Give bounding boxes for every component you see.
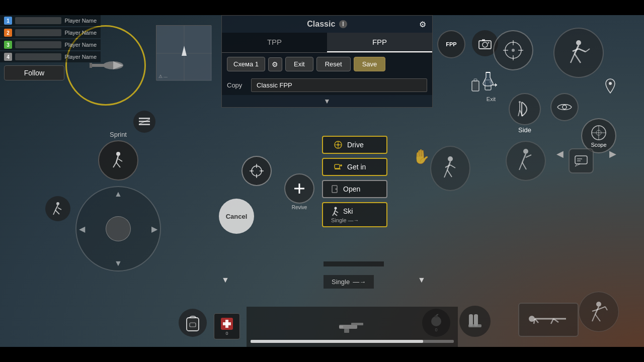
open-button[interactable]: Open [322,180,387,198]
person-mid-right-button[interactable] [506,141,546,181]
exit-items-area [471,78,483,92]
pistol-icon [337,319,367,335]
side-label: Side [518,126,531,134]
svg-line-43 [334,213,337,216]
sprint-button[interactable] [98,140,138,180]
cancel-button[interactable]: Cancel [219,199,254,234]
prone-figure-button[interactable] [518,303,579,337]
joystick-outer[interactable]: ▲ ▼ ◀ ▶ [75,186,161,272]
chat-button[interactable] [569,148,594,173]
schema-button[interactable]: Схема 1 [227,57,265,71]
person-figure-circle[interactable] [430,146,470,191]
svg-point-114 [596,302,601,307]
ski-icon [331,206,340,216]
eye-button[interactable] [550,93,579,121]
sprint-label: Sprint [98,131,138,138]
svg-line-20 [55,210,59,214]
location-button[interactable] [604,78,616,98]
panel-settings-icon[interactable]: ⚙ [419,20,426,29]
exit-button[interactable]: Exit [285,57,313,71]
fpp-label: FPP [446,41,456,47]
svg-rect-36 [335,168,341,169]
player-name-bar-2 [15,29,61,36]
fight-figure-button[interactable] [579,292,619,332]
svg-line-88 [526,155,531,157]
get-in-label: Get in [347,163,366,171]
aim-icon [501,38,525,62]
backpack-button[interactable] [179,309,207,337]
exit-extra-icons [482,71,494,88]
vehicle-chevron-right[interactable]: ▼ [418,276,426,285]
sprint-area: Sprint [98,131,138,180]
location-icon [604,78,616,94]
exit-right-label: Exit [487,96,496,102]
svg-marker-70 [495,83,497,87]
list-icon-button[interactable] [133,111,155,133]
arrow-side-right[interactable]: ▶ [609,148,616,159]
ammo-button[interactable] [459,306,491,337]
player-name-bar-4 [15,53,61,60]
drive-button[interactable]: Drive [322,136,387,154]
svg-line-85 [522,154,526,162]
svg-line-117 [595,314,600,321]
settings-panel: Classic I ⚙ TPP FPP Схема 1 ⚙ Exit Reset… [221,15,433,108]
aim-circle-button[interactable] [493,30,533,70]
scope-icon [590,124,608,142]
svg-rect-107 [468,324,481,327]
arrow-left-icon: ◀ [79,224,85,234]
mode-indicator: I [339,20,347,28]
shooter-circle-button[interactable] [553,28,604,78]
flask-icon [482,71,494,86]
save-button[interactable]: Save [354,57,386,71]
single-label: Single [332,278,350,286]
svg-rect-72 [472,81,479,91]
svg-rect-35 [335,164,340,168]
vehicle-chevron-left[interactable]: ▼ [221,276,229,285]
side-button[interactable]: Side [509,93,541,134]
revive-button[interactable]: Revive [284,173,314,210]
steering-wheel-icon [333,141,343,149]
ski-button[interactable]: Ski Single —→ [322,202,387,227]
player-name-3: Player Name [64,42,97,48]
joystick-inner [106,216,131,241]
crosshair-button[interactable] [242,156,272,186]
side-circle [509,93,541,125]
run-figure-left[interactable] [45,196,70,221]
ammo-bar [251,340,454,343]
player-name-bar-1 [15,17,61,24]
tab-fpp[interactable]: FPP [327,33,432,52]
fpp-button[interactable]: FPP [437,30,465,58]
crosshair-icon [248,162,266,180]
medkit-button[interactable]: 0 [214,313,240,339]
top-black-bar [0,0,644,15]
get-in-button[interactable]: Get in [322,158,387,176]
chevron-down[interactable]: ▼ [222,95,432,107]
joystick-area[interactable]: ▲ ▼ ◀ ▶ [75,186,161,272]
copy-input[interactable] [251,78,427,92]
svg-line-87 [522,162,526,169]
bottom-black-bar [0,347,644,362]
plus-icon [292,182,306,196]
svg-point-12 [116,152,120,156]
svg-rect-99 [351,323,363,325]
svg-line-49 [450,165,455,168]
fight-icon [586,299,611,324]
equipment-icon [471,78,483,92]
follow-button[interactable]: Follow [4,65,64,80]
tab-tpp[interactable]: TPP [222,33,327,52]
vehicle-actions: Drive Get in Open Ski Single [322,136,387,227]
sprint-icon [108,150,128,170]
svg-line-119 [605,307,607,310]
eye-icon [556,102,573,113]
arrow-side-left[interactable]: ◀ [556,148,564,159]
reset-button[interactable]: Reset [316,57,351,71]
schema-settings-icon[interactable]: ⚙ [268,57,282,71]
minimap-label: ⚠--- [158,74,168,79]
arrow-right-icon: ▶ [151,224,157,234]
player-name-1: Player Name [64,18,97,24]
svg-marker-90 [575,164,580,166]
seat-icon [333,163,343,171]
svg-line-65 [579,49,586,52]
svg-point-52 [482,42,488,47]
scope-label: Scope [591,142,606,148]
